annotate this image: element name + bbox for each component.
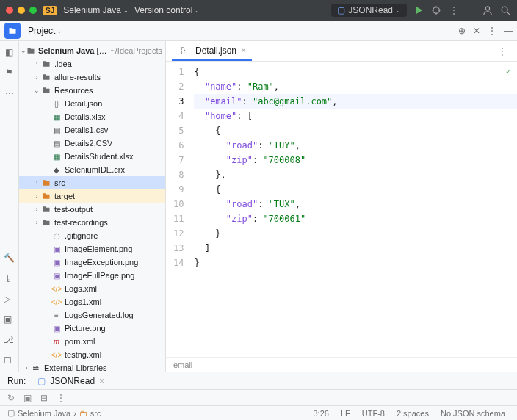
vcs-menu[interactable]: Version control⌄ — [134, 5, 200, 15]
run-config-selector[interactable]: ▢ JSONRead⌄ — [331, 4, 407, 17]
project-tool-button[interactable] — [4, 23, 21, 39]
tree-item[interactable]: ›src — [19, 176, 165, 189]
indent[interactable]: 2 spaces — [392, 409, 433, 418]
run-tool-window-header: Run: ▢ JSONRead × — [0, 372, 517, 389]
project-menu[interactable]: Selenium Java⌄ — [63, 5, 129, 15]
tree-item[interactable]: </>Logs1.xml — [19, 295, 165, 308]
json-schema[interactable]: No JSON schema — [436, 409, 510, 418]
tree-item[interactable]: mpom.xml — [19, 335, 165, 348]
more-options-icon[interactable]: ⋮ — [488, 26, 496, 36]
maximize-window[interactable] — [29, 7, 37, 14]
chevron-down-icon[interactable]: ⌄ — [57, 27, 62, 35]
tool-actions: ⊕ ✕ ⋮ — — [458, 26, 513, 36]
run-toolbar: ↻ ▣ ⊟ ⋮ — [0, 389, 517, 405]
problems-icon[interactable]: ☐ — [4, 355, 15, 366]
inspection-ok-icon[interactable]: ✓ — [506, 66, 511, 76]
debug-icon[interactable] — [430, 4, 442, 16]
svg-point-0 — [433, 7, 440, 14]
code-area[interactable]: 1234567891011121314 { "name": "Ram", "em… — [166, 62, 517, 357]
tree-item[interactable]: ▤Details1.csv — [19, 123, 165, 137]
folder-icon: 🗀 — [79, 409, 87, 418]
tree-item[interactable]: ▣ImageException.png — [19, 256, 165, 269]
stop-icon[interactable]: ▣ — [24, 393, 32, 403]
hide-icon[interactable]: — — [504, 26, 513, 36]
build-icon[interactable]: 🔨 — [4, 253, 15, 263]
tab-detail-json[interactable]: {} Detail.json × — [172, 41, 252, 61]
tree-item[interactable]: ▤Details2.CSV — [19, 137, 165, 150]
tree-item[interactable]: ▦DetailsStudent.xlsx — [19, 150, 165, 163]
tree-item[interactable]: ◆SeleniumIDE.crx — [19, 163, 165, 176]
line-ending[interactable]: LF — [336, 409, 355, 418]
bookmarks-icon[interactable]: ⚑ — [5, 68, 13, 78]
tree-item[interactable]: ⌄Resources — [19, 84, 165, 97]
run-icon[interactable] — [413, 4, 424, 16]
git-icon[interactable]: ⎇ — [4, 335, 15, 345]
tree-item[interactable]: </>testng.xml — [19, 348, 165, 361]
tree-item[interactable]: ▣ImageFullPage.png — [19, 269, 165, 282]
open-icon[interactable]: ⭳ — [4, 273, 15, 283]
svg-point-1 — [485, 7, 489, 10]
close-tab-icon[interactable]: × — [241, 46, 246, 56]
editor-tabs: {} Detail.json × ⋮ — [166, 41, 517, 62]
encoding[interactable]: UTF-8 — [358, 409, 389, 418]
status-bar: ▢ Selenium Java › 🗀 src 3:26 LF UTF-8 2 … — [0, 405, 517, 420]
editor-area: {} Detail.json × ⋮ 1234567891011121314 {… — [166, 41, 517, 372]
rerun-icon[interactable]: ↻ — [7, 393, 15, 403]
tree-item[interactable]: ›test-recordings — [19, 216, 165, 229]
left-toolbar: ◧ ⚑ ⋯ 🔨 ⭳ ▷ ▣ ⎇ ☐ — [0, 41, 19, 372]
nav-icon[interactable]: ▢ — [7, 408, 15, 418]
close-run-tab-icon[interactable]: × — [99, 376, 104, 386]
expand-icon[interactable]: ✕ — [473, 26, 480, 36]
gutter: 1234567891011121314 — [166, 62, 194, 357]
tree-item[interactable]: ▣ImageElement.png — [19, 242, 165, 256]
tree-item[interactable]: ›target — [19, 189, 165, 203]
editor-breadcrumb[interactable]: email — [166, 357, 517, 372]
terminal-icon[interactable]: ▣ — [4, 314, 15, 325]
tree-item[interactable]: {}Detail.json — [19, 97, 165, 110]
project-badge: SJ — [43, 6, 57, 15]
tabs-more-icon[interactable]: ⋮ — [494, 46, 511, 57]
tree-item[interactable]: ≡LogsGenerated.log — [19, 308, 165, 322]
run-config-icon: ▢ — [337, 5, 345, 15]
select-opened-icon[interactable]: ⊕ — [458, 26, 466, 36]
tool-title: Project — [28, 26, 55, 36]
minimize-window[interactable] — [18, 7, 25, 14]
tree-item[interactable]: </>Logs.xml — [19, 282, 165, 295]
json-icon: {} — [178, 46, 188, 56]
tree-item[interactable]: ›.idea — [19, 57, 165, 70]
code-lines[interactable]: { "name": "Ram", "email": "abc@gmail.com… — [194, 62, 517, 357]
titlebar: SJ Selenium Java⌄ Version control⌄ ▢ JSO… — [0, 0, 517, 21]
breadcrumb-src[interactable]: src — [90, 409, 101, 418]
account-icon[interactable] — [482, 4, 494, 16]
more-tools-icon[interactable]: ⋯ — [5, 88, 14, 98]
tree-item[interactable]: ›test-output — [19, 203, 165, 216]
tree-root[interactable]: ⌄Selenium Java [SeleniumJava]~/IdeaProje… — [19, 44, 165, 57]
project-panel: ⌄Selenium Java [SeleniumJava]~/IdeaProje… — [19, 41, 166, 372]
search-icon[interactable] — [499, 4, 511, 16]
window-controls[interactable] — [6, 7, 37, 14]
structure-icon[interactable]: ◧ — [5, 47, 13, 57]
run-label: Run: — [7, 376, 26, 386]
run-config-icon: ▢ — [37, 376, 46, 386]
tree-item[interactable]: ▣Picture.png — [19, 322, 165, 335]
breadcrumb-root[interactable]: Selenium Java — [18, 409, 70, 418]
filter-icon[interactable]: ⋮ — [57, 393, 65, 403]
cursor-position[interactable]: 3:26 — [309, 409, 333, 418]
tree-item[interactable]: ›allure-results — [19, 70, 165, 84]
run-tab[interactable]: ▢ JSONRead × — [33, 376, 109, 386]
svg-point-2 — [502, 7, 507, 12]
more-icon[interactable]: ⋮ — [448, 4, 460, 16]
run-tool-icon[interactable]: ▷ — [4, 294, 15, 304]
tree-item[interactable]: ◌.gitignore — [19, 229, 165, 242]
tree-item[interactable]: ▦Details.xlsx — [19, 110, 165, 123]
project-toolbar: Project ⌄ ⊕ ✕ ⋮ — — [0, 21, 517, 41]
layout-icon[interactable]: ⊟ — [40, 393, 48, 403]
close-window[interactable] — [6, 7, 13, 14]
tree-external-libs[interactable]: ›⩸External Libraries — [19, 361, 165, 372]
